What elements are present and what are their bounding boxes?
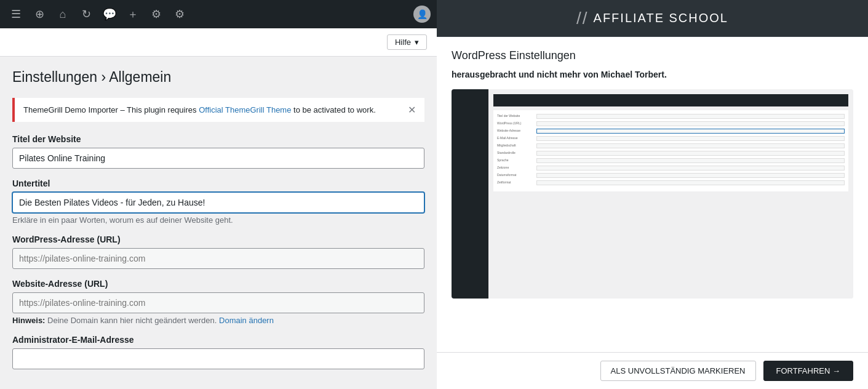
help-label: Hilfe bbox=[395, 38, 411, 47]
admin-email-label: Administrator-E-Mail-Adresse bbox=[12, 335, 424, 345]
right-content: WordPress Einstellungen herausgebracht u… bbox=[437, 37, 868, 352]
continue-button[interactable]: FORTFAHREN → bbox=[763, 361, 854, 381]
main-content: Einstellungen › Allgemein ThemeGrill Dem… bbox=[0, 57, 437, 389]
home-icon[interactable]: ⌂ bbox=[53, 4, 73, 24]
preview-sidebar bbox=[452, 89, 488, 299]
domain-change-link[interactable]: Domain ändern bbox=[219, 316, 274, 325]
slash-icon: // bbox=[576, 9, 589, 28]
affiliate-header: // AFFILIATE SCHOOL bbox=[437, 0, 868, 37]
site-url-label: Website-Adresse (URL) bbox=[12, 279, 424, 289]
left-panel: ☰ ⊕ ⌂ ↻ 💬 ＋ ⚙ ⚙ 👤 Hilfe ▾ Einstellungen … bbox=[0, 0, 437, 389]
settings-icon[interactable]: ⚙ bbox=[170, 4, 189, 24]
admin-email-input[interactable] bbox=[12, 348, 424, 369]
preview-form-area: Titel der Website WordPress (URL) Websit… bbox=[493, 110, 848, 191]
notice-bar: ThemeGrill Demo Importer – This plugin r… bbox=[12, 98, 424, 122]
wordpress-url-group: WordPress-Adresse (URL) bbox=[12, 235, 424, 269]
preview-topbar bbox=[493, 94, 848, 106]
tagline-input[interactable] bbox=[12, 192, 424, 213]
right-heading: WordPress Einstellungen bbox=[452, 49, 853, 62]
screenshot-preview: Titel der Website WordPress (URL) Websit… bbox=[452, 89, 853, 299]
menu-icon[interactable]: ☰ bbox=[6, 4, 26, 24]
site-title-label: Titel der Website bbox=[12, 134, 424, 144]
site-title-input[interactable] bbox=[12, 148, 424, 169]
tagline-label: Untertitel bbox=[12, 178, 424, 188]
logo-text: AFFILIATE SCHOOL bbox=[594, 11, 728, 25]
plus-icon[interactable]: ＋ bbox=[123, 4, 143, 24]
admin-email-group: Administrator-E-Mail-Adresse bbox=[12, 335, 424, 369]
admin-bar: ☰ ⊕ ⌂ ↻ 💬 ＋ ⚙ ⚙ 👤 bbox=[0, 0, 437, 28]
notice-link[interactable]: Official ThemeGrill Theme bbox=[199, 105, 291, 114]
secondary-bar: Hilfe ▾ bbox=[0, 28, 437, 57]
right-subtext: herausgebracht und nicht mehr von Michae… bbox=[452, 70, 853, 79]
site-url-hint: Hinweis: Deine Domain kann hier nicht ge… bbox=[12, 316, 424, 325]
refresh-icon[interactable]: ↻ bbox=[76, 4, 96, 24]
right-panel: // AFFILIATE SCHOOL WordPress Einstellun… bbox=[437, 0, 868, 389]
mark-incomplete-button[interactable]: ALS UNVOLLSTÄNDIG MARKIEREN bbox=[600, 361, 756, 381]
tagline-group: Untertitel Erkläre in ein paar Worten, w… bbox=[12, 178, 424, 225]
chevron-down-icon: ▾ bbox=[415, 38, 419, 47]
tagline-description: Erkläre in ein paar Worten, worum es auf… bbox=[12, 215, 424, 225]
help-button[interactable]: Hilfe ▾ bbox=[387, 34, 427, 50]
site-title-group: Titel der Website bbox=[12, 134, 424, 169]
wordpress-icon[interactable]: ⊕ bbox=[30, 4, 49, 24]
comments-icon[interactable]: 💬 bbox=[100, 4, 119, 24]
notice-close-icon[interactable]: ✕ bbox=[408, 104, 416, 116]
preview-body: Titel der Website WordPress (URL) Websit… bbox=[488, 89, 853, 299]
wordpress-url-label: WordPress-Adresse (URL) bbox=[12, 235, 424, 244]
updates-icon[interactable]: ⚙ bbox=[146, 4, 166, 24]
notice-text: ThemeGrill Demo Importer – This plugin r… bbox=[23, 105, 376, 114]
page-title: Einstellungen › Allgemein bbox=[12, 69, 424, 86]
avatar[interactable]: 👤 bbox=[413, 6, 431, 23]
site-url-input[interactable] bbox=[12, 292, 424, 313]
wordpress-url-input[interactable] bbox=[12, 248, 424, 269]
affiliate-logo: // AFFILIATE SCHOOL bbox=[576, 9, 728, 28]
site-url-group: Website-Adresse (URL) Hinweis: Deine Dom… bbox=[12, 279, 424, 325]
bottom-bar: ALS UNVOLLSTÄNDIG MARKIEREN FORTFAHREN → bbox=[437, 352, 868, 389]
